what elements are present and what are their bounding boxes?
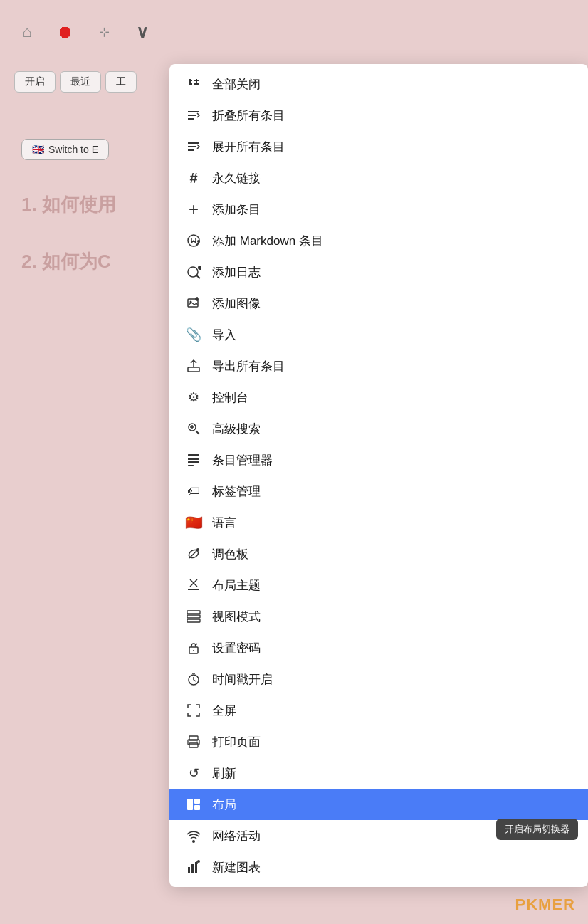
- view-mode-label: 视图模式: [212, 609, 261, 625]
- refresh-icon: ↺: [185, 765, 202, 782]
- svg-line-16: [196, 275, 200, 278]
- menu-item-refresh[interactable]: ↺ 刷新: [169, 757, 588, 789]
- menu-item-expand-all[interactable]: 展开所有条目: [169, 131, 588, 162]
- tooltip: 开启布局切换器: [496, 819, 578, 840]
- add-item-label: 添加条目: [212, 201, 261, 218]
- advanced-search-icon: [185, 420, 202, 437]
- permalink-icon: #: [185, 169, 202, 187]
- menu-item-layout[interactable]: 布局: [169, 789, 588, 820]
- svg-line-25: [196, 431, 199, 434]
- tab-open[interactable]: 开启: [14, 71, 56, 93]
- palette-icon: [185, 545, 202, 562]
- svg-line-46: [194, 680, 196, 681]
- menu-item-console[interactable]: ⚙ 控制台: [169, 382, 588, 413]
- network-activity-icon: [185, 827, 202, 844]
- menu-item-advanced-search[interactable]: 高级搜索: [169, 413, 588, 444]
- svg-rect-30: [188, 461, 199, 463]
- svg-line-33: [189, 550, 198, 558]
- home-icon[interactable]: ⌂: [14, 19, 40, 45]
- add-log-label: 添加日志: [212, 264, 261, 280]
- menu-item-add-markdown[interactable]: 添加 Markdown 条目: [169, 225, 588, 256]
- fullscreen-icon: [185, 702, 202, 719]
- switch-to-button[interactable]: 🇬🇧 Switch to E: [21, 139, 109, 160]
- expand-all-label: 展开所有条目: [212, 139, 285, 155]
- advanced-search-label: 高级搜索: [212, 421, 261, 437]
- collapse-all-icon: [185, 107, 202, 124]
- menu-item-tag-manager[interactable]: 🏷 标签管理: [169, 476, 588, 507]
- svg-rect-31: [188, 465, 194, 466]
- network-icon[interactable]: ⊹: [91, 19, 117, 45]
- menu-item-add-image[interactable]: 添加图像: [169, 288, 588, 319]
- svg-point-17: [198, 266, 201, 270]
- dropdown-menu: 全部关闭 折叠所有条目 展开所有条目 # 永久链接: [169, 64, 588, 887]
- switch-label: Switch to E: [48, 144, 98, 155]
- menu-item-close-all[interactable]: 全部关闭: [169, 68, 588, 100]
- svg-point-34: [196, 548, 199, 551]
- chevron-down-icon[interactable]: ∨: [130, 19, 155, 45]
- tab-bar: 开启 最近 工: [14, 71, 137, 93]
- export-all-icon: [185, 357, 202, 374]
- expand-all-icon: [185, 138, 202, 155]
- add-item-icon: +: [185, 201, 202, 218]
- menu-item-add-item[interactable]: + 添加条目: [169, 194, 588, 225]
- menu-item-permalink[interactable]: # 永久链接: [169, 162, 588, 194]
- menu-item-timestamp[interactable]: 时间戳开启: [169, 663, 588, 695]
- layout-theme-icon: [185, 577, 202, 594]
- timestamp-icon: [185, 671, 202, 688]
- collapse-all-label: 折叠所有条目: [212, 107, 285, 124]
- menu-item-collapse-all[interactable]: 折叠所有条目: [169, 100, 588, 131]
- menu-item-view-mode[interactable]: 视图模式: [169, 601, 588, 632]
- menu-item-add-log[interactable]: 添加日志: [169, 256, 588, 288]
- svg-rect-22: [188, 367, 199, 372]
- print-label: 打印页面: [212, 734, 261, 750]
- menu-item-new-chart[interactable]: 新建图表: [169, 851, 588, 883]
- svg-rect-40: [187, 619, 200, 622]
- svg-rect-53: [194, 799, 200, 804]
- import-label: 导入: [212, 327, 236, 343]
- record-icon[interactable]: ⏺: [53, 19, 78, 45]
- menu-item-set-password[interactable]: 设置密码: [169, 632, 588, 663]
- console-icon: ⚙: [185, 389, 202, 406]
- console-label: 控制台: [212, 389, 248, 406]
- permalink-label: 永久链接: [212, 170, 261, 187]
- menu-item-export-all[interactable]: 导出所有条目: [169, 350, 588, 382]
- bg-item-2: 2. 如何为C: [21, 249, 111, 274]
- toolbar: ⌂ ⏺ ⊹ ∨: [0, 0, 588, 64]
- tag-manager-label: 标签管理: [212, 483, 261, 500]
- svg-point-55: [192, 840, 195, 843]
- layout-label: 布局: [212, 797, 236, 813]
- svg-point-14: [197, 240, 200, 243]
- svg-point-60: [197, 860, 200, 863]
- layout-theme-label: 布局主题: [212, 577, 261, 594]
- tab-tool[interactable]: 工: [105, 71, 137, 93]
- svg-rect-38: [187, 611, 200, 614]
- menu-item-import[interactable]: 📎 导入: [169, 319, 588, 350]
- set-password-icon: [185, 639, 202, 656]
- palette-label: 调色板: [212, 546, 248, 562]
- add-image-icon: [185, 295, 202, 312]
- add-image-label: 添加图像: [212, 295, 261, 312]
- print-icon: [185, 733, 202, 750]
- menu-item-item-manager[interactable]: 条目管理器: [169, 444, 588, 476]
- import-icon: 📎: [185, 326, 202, 343]
- item-manager-label: 条目管理器: [212, 452, 273, 468]
- svg-rect-49: [189, 743, 198, 747]
- refresh-label: 刷新: [212, 765, 236, 782]
- layout-icon: [185, 796, 202, 813]
- new-chart-icon: [185, 859, 202, 876]
- tab-recent[interactable]: 最近: [60, 71, 101, 93]
- language-label: 语言: [212, 515, 236, 531]
- pkmer-logo: PKMER: [515, 896, 575, 914]
- new-chart-label: 新建图表: [212, 859, 261, 876]
- menu-item-print[interactable]: 打印页面: [169, 726, 588, 757]
- menu-item-language[interactable]: 🇨🇳 语言: [169, 507, 588, 538]
- menu-item-layout-theme[interactable]: 布局主题: [169, 569, 588, 601]
- svg-rect-29: [188, 458, 199, 460]
- menu-item-fullscreen[interactable]: 全屏: [169, 695, 588, 726]
- svg-point-51: [196, 742, 198, 743]
- svg-rect-56: [188, 867, 190, 873]
- menu-item-palette[interactable]: 调色板: [169, 538, 588, 569]
- view-mode-icon: [185, 608, 202, 625]
- svg-rect-28: [188, 454, 199, 456]
- fullscreen-label: 全屏: [212, 703, 236, 719]
